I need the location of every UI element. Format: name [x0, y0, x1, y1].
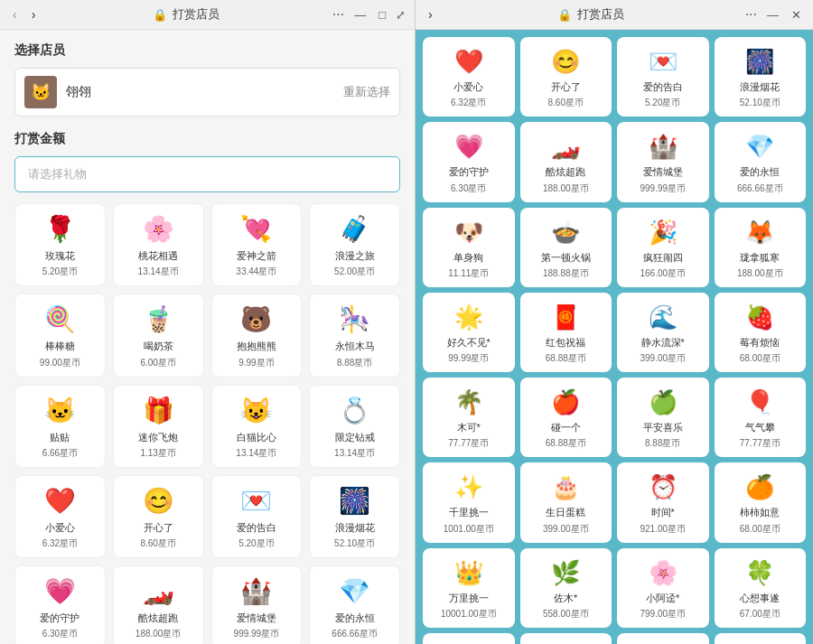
- right-gift-name: 小阿迳*: [646, 592, 679, 604]
- left-gift-item[interactable]: 😊 开心了 8.60星币: [113, 475, 204, 558]
- gift-price: 6.00星币: [140, 357, 175, 369]
- right-gift-item[interactable]: 🌸 小阿迳* 799.00星币: [617, 548, 709, 628]
- left-gift-item[interactable]: 💗 爱的守护 6.30星币: [14, 565, 106, 644]
- left-gift-item[interactable]: 🎆 浪漫烟花 52.10星币: [309, 475, 400, 558]
- right-gift-emoji: 🍲: [551, 217, 580, 247]
- right-gift-emoji: 🌟: [454, 302, 483, 332]
- nav-dots[interactable]: ···: [332, 6, 344, 23]
- right-gift-item[interactable]: ❤️ 小爱心 6.32星币: [423, 37, 515, 117]
- right-gift-price: 5.20星币: [645, 97, 680, 109]
- expand-button[interactable]: ⤢: [396, 8, 406, 22]
- right-gift-item[interactable]: 🌿 佐木* 558.00星币: [520, 548, 612, 628]
- gift-emoji: 💌: [240, 485, 272, 518]
- right-gift-name: 爱的永恒: [740, 165, 780, 178]
- right-gift-item[interactable]: 🐶 单身狗 11.11星币: [423, 208, 515, 287]
- left-gift-item[interactable]: 🌸 桃花相遇 13.14星币: [113, 203, 204, 286]
- gift-price: 6.66星币: [42, 447, 78, 460]
- right-gift-emoji: 💌: [649, 46, 678, 77]
- right-gift-emoji: 🌸: [649, 557, 678, 588]
- left-gift-item[interactable]: 🌹 玫瑰花 5.20星币: [14, 203, 106, 286]
- right-gift-name: 红包祝福: [546, 336, 585, 349]
- gift-emoji: 🐱: [44, 395, 76, 427]
- right-gift-item[interactable]: 🌴 木可* 77.77星币: [423, 378, 515, 457]
- right-gift-item[interactable]: ⏰ 时间* 921.00星币: [617, 462, 709, 542]
- right-gift-item[interactable]: ✨ 千里挑一 1001.00星币: [423, 462, 515, 542]
- right-gift-item[interactable]: 💌 爱的告白 5.20星币: [617, 37, 709, 117]
- right-gift-item[interactable]: 📖 (礼物): [617, 633, 709, 644]
- right-gift-price: 8.60星币: [548, 97, 584, 109]
- amount-section-title: 打赏金额: [14, 131, 400, 147]
- left-gift-item[interactable]: 🎁 迷你飞炮 1.13星币: [113, 385, 204, 468]
- right-forward-arrow[interactable]: ›: [425, 5, 436, 23]
- right-gift-name: 小爱心: [453, 80, 483, 93]
- right-gift-item[interactable]: 🎉 疯狂闹四 166.00星币: [617, 208, 709, 287]
- left-gift-item[interactable]: 🧳 浪漫之旅 52.00星币: [309, 203, 400, 286]
- right-gift-emoji: 🌴: [454, 387, 483, 417]
- minimize-button[interactable]: —: [351, 8, 369, 22]
- right-gift-item[interactable]: 😊 开心了 8.60星币: [520, 37, 612, 117]
- left-gift-item[interactable]: 😺 白猫比心 13.14星币: [211, 385, 303, 468]
- right-gift-emoji: 👑: [454, 557, 483, 588]
- right-nav-dots[interactable]: ···: [745, 6, 757, 23]
- staff-name: 翎翎: [66, 84, 334, 100]
- right-gift-item[interactable]: 🎂 生日蛋糕 399.00星币: [520, 462, 612, 542]
- right-close-button[interactable]: ✕: [789, 8, 804, 22]
- gift-name: 爱情城堡: [237, 611, 276, 624]
- gift-price: 9.99星币: [238, 357, 274, 369]
- left-gift-item[interactable]: 🐻 抱抱熊熊 9.99星币: [211, 294, 303, 377]
- reselect-button[interactable]: 重新选择: [343, 84, 390, 100]
- right-gift-item[interactable]: 🎈 气气攀 77.77星币: [715, 378, 807, 457]
- right-gift-item[interactable]: 🍊 柿柿如意 68.00星币: [715, 462, 807, 542]
- left-gift-item[interactable]: 🎠 永恒木马 8.88星币: [309, 294, 400, 377]
- staff-selector[interactable]: 🐱 翎翎 重新选择: [14, 68, 400, 117]
- left-gift-item[interactable]: 💍 限定钻戒 13.14星币: [309, 385, 400, 468]
- right-gift-emoji: 💗: [454, 131, 483, 162]
- left-content: 选择店员 🐱 翎翎 重新选择 打赏金额 请选择礼物 🌹 玫瑰花 5.20星币 🌸…: [0, 30, 415, 644]
- right-gift-emoji: 🎂: [551, 471, 580, 502]
- right-gift-item[interactable]: 🦊 珑拿狐寒 188.00星币: [715, 208, 807, 287]
- right-gift-item[interactable]: 💎 爱的永恒 666.66星币: [715, 122, 807, 201]
- right-gift-price: 67.00星币: [740, 608, 780, 621]
- right-gift-item[interactable]: 🧧 红包祝福 68.88星币: [520, 293, 612, 372]
- gift-placeholder[interactable]: 请选择礼物: [14, 156, 400, 192]
- right-gift-item[interactable]: 🌊 静水流深* 399.00星币: [617, 293, 709, 372]
- left-gift-item[interactable]: 🐱 贴贴 6.66星币: [14, 385, 106, 468]
- right-minimize-button[interactable]: —: [764, 8, 781, 22]
- right-gift-item[interactable]: 🍀 心想事遂 67.00星币: [715, 548, 807, 628]
- right-gift-name: 爱情城堡: [643, 165, 683, 178]
- back-arrow[interactable]: ‹: [9, 5, 21, 23]
- right-gift-price: 1001.00星币: [444, 523, 494, 536]
- right-gift-item[interactable]: 🌟 好久不见* 99.99星币: [423, 293, 515, 372]
- restore-button[interactable]: □: [376, 8, 388, 22]
- right-gift-name: 心想事遂: [740, 592, 780, 604]
- right-gift-price: 999.99星币: [640, 182, 686, 195]
- right-gift-item[interactable]: 🏎️ 酷炫超跑 188.00星币: [520, 122, 612, 201]
- left-gift-item[interactable]: 🏰 爱情城堡 999.99星币: [211, 565, 303, 644]
- right-gift-item[interactable]: 🎆 浪漫烟花 52.10星币: [715, 37, 807, 117]
- left-gift-item[interactable]: 🏎️ 酷炫超跑 188.00星币: [113, 565, 204, 644]
- right-gift-item[interactable]: 🍎 碰一个 68.88星币: [520, 378, 612, 457]
- right-gift-name: 平安喜乐: [643, 421, 683, 434]
- right-gift-item[interactable]: 🍏 平安喜乐 8.88星币: [617, 378, 709, 457]
- right-gift-name: 千里挑一: [449, 506, 489, 518]
- right-gift-item[interactable]: 🐑 (礼物): [520, 633, 612, 644]
- left-gift-item[interactable]: ❤️ 小爱心 6.32星币: [14, 475, 106, 558]
- right-gift-item[interactable]: 👑 万里挑一 10001.00星币: [423, 548, 515, 628]
- gift-price: 52.00星币: [334, 266, 375, 278]
- right-gift-item[interactable]: 🌟 (礼物): [715, 633, 807, 644]
- right-gift-item[interactable]: 🏰 爱情城堡 999.99星币: [617, 122, 709, 201]
- left-gift-item[interactable]: 💎 爱的永恒 666.66星币: [309, 565, 400, 644]
- right-gift-item[interactable]: 🌺 (更多): [423, 633, 515, 644]
- staff-avatar: 🐱: [24, 76, 57, 108]
- right-gift-item[interactable]: 🍓 莓有烦恼 68.00星币: [715, 293, 807, 372]
- right-gift-item[interactable]: 🍲 第一顿火锅 188.88星币: [520, 208, 612, 287]
- left-gift-item[interactable]: 🍭 棒棒糖 99.00星币: [14, 294, 106, 377]
- forward-arrow[interactable]: ›: [28, 5, 40, 23]
- gift-emoji: 💗: [44, 575, 76, 608]
- left-gift-item[interactable]: 🧋 喝奶茶 6.00星币: [113, 294, 204, 377]
- gift-name: 抱抱熊熊: [237, 340, 276, 352]
- left-gift-item[interactable]: 💌 爱的告白 5.20星币: [211, 475, 303, 558]
- left-gift-item[interactable]: 💘 爱神之箭 33.44星币: [211, 203, 303, 286]
- right-gift-item[interactable]: 💗 爱的守护 6.30星币: [423, 122, 515, 201]
- gift-price: 33.44星币: [236, 266, 276, 278]
